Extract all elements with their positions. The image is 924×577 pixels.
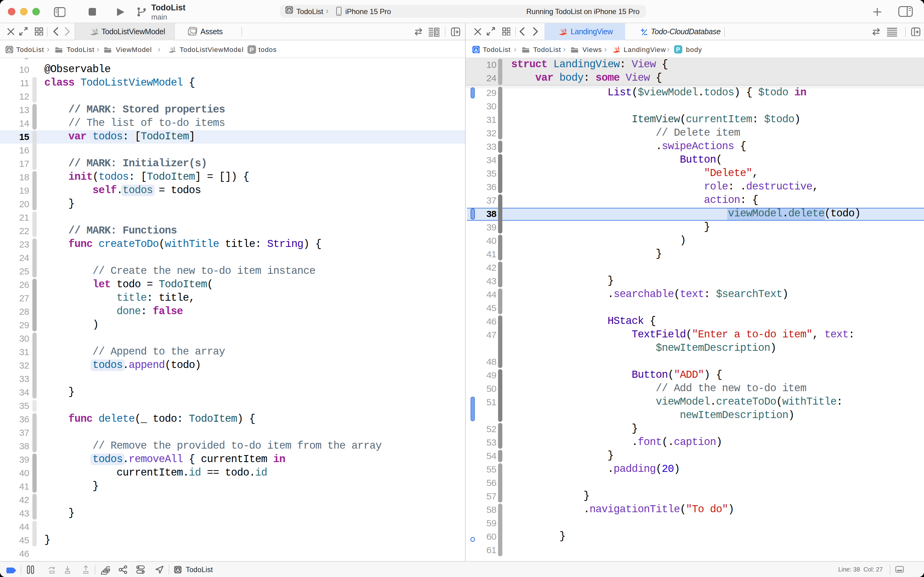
svg-text:P: P xyxy=(250,47,254,53)
svg-text:A: A xyxy=(8,47,11,52)
svg-text:A: A xyxy=(176,567,180,572)
svg-text:A: A xyxy=(474,47,478,52)
svg-text:A: A xyxy=(288,8,291,13)
svg-text:P: P xyxy=(676,46,681,53)
